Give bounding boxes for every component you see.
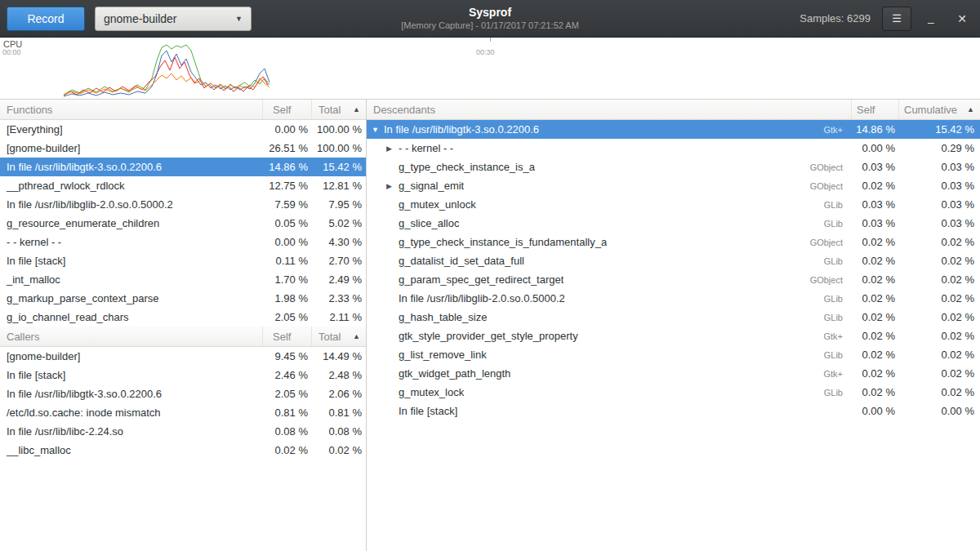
descendant-cumulative-value: 0.02 % [898,273,980,286]
caller-name: In file [stack] [0,369,262,381]
descendant-row[interactable]: In file [stack] 0.00 % 0.00 % [367,402,980,420]
function-self-value: 0.11 % [262,255,311,267]
descendant-row[interactable]: g_mutex_lock GLib 0.02 % 0.02 % [367,383,980,402]
descendant-cumulative-value: 0.02 % [898,255,980,267]
function-row[interactable]: __pthread_rwlock_rdlock 12.75 % 12.81 % [0,176,366,195]
descendant-self-value: 0.03 % [851,198,898,211]
descendant-self-value: 0.02 % [851,273,898,286]
descendant-cumulative-value: 15.42 % [898,123,980,136]
function-row[interactable]: g_io_channel_read_chars 2.05 % 2.11 % [0,308,366,327]
descendant-self-value: 0.02 % [851,255,898,267]
function-row[interactable]: [Everything] 0.00 % 100.00 % [0,120,366,139]
function-row[interactable]: g_resource_enumerate_children 0.05 % 5.0… [0,214,366,233]
column-header-callers[interactable]: Callers [0,327,262,346]
column-header-descendants[interactable]: Descendants [367,100,851,119]
target-selector-label: gnome-builder [104,12,177,25]
descendant-row[interactable]: g_type_check_instance_is_a GObject 0.03 … [367,158,980,176]
function-row[interactable]: g_markup_parse_context_parse 1.98 % 2.33… [0,289,366,308]
descendant-cumulative-value: 0.02 % [898,330,980,342]
function-total-value: 2.11 % [311,311,366,323]
menu-button[interactable]: ☰ [882,7,911,31]
descendant-row[interactable]: gtk_widget_path_length Gtk+ 0.02 % 0.02 … [367,364,980,383]
record-button[interactable]: Record [7,7,85,31]
descendant-cumulative-value: 0.03 % [898,217,980,229]
descendant-row[interactable]: g_param_spec_get_redirect_target GObject… [367,270,980,289]
column-header-total[interactable]: Total ▲ [311,100,366,119]
function-total-value: 100.00 % [311,142,366,154]
function-self-value: 12.75 % [262,180,311,192]
function-self-value: 14.86 % [262,161,311,173]
descendant-row[interactable]: In file /usr/lib/libglib-2.0.so.0.5000.2… [367,289,980,308]
function-row[interactable]: - - kernel - - 0.00 % 4.30 % [0,233,366,251]
descendant-row[interactable]: ▼ In file /usr/lib/libgtk-3.so.0.2200.6 … [367,120,980,139]
library-tag: GObject [810,238,851,247]
descendant-row[interactable]: g_list_remove_link GLib 0.02 % 0.02 % [367,345,980,364]
descendant-row[interactable]: g_hash_table_size GLib 0.02 % 0.02 % [367,308,980,327]
descendant-cumulative-value: 0.02 % [898,292,980,304]
cpu-graph[interactable]: CPU 00:00 00:30 [0,38,980,100]
function-self-value: 26.51 % [262,142,311,154]
descendant-self-value: 0.02 % [851,292,898,304]
caller-total-value: 2.48 % [311,369,366,381]
function-row[interactable]: _int_malloc 1.70 % 2.49 % [0,270,366,289]
library-tag: GLib [824,200,851,210]
function-row[interactable]: In file /usr/lib/libglib-2.0.so.0.5000.2… [0,195,366,214]
descendant-name: In file [stack] [399,405,457,417]
caller-name: /etc/ld.so.cache: inode mismatch [0,407,262,419]
caller-self-value: 2.05 % [262,388,311,400]
function-row[interactable]: In file [stack] 0.11 % 2.70 % [0,251,366,270]
descendant-row[interactable]: ▶ g_signal_emit GObject 0.02 % 0.03 % [367,176,980,195]
descendant-cumulative-value: 0.03 % [898,180,980,192]
caller-total-value: 2.06 % [311,388,366,400]
descendant-cumulative-value: 0.02 % [898,367,980,380]
column-header-self[interactable]: Self [851,100,898,119]
caller-row[interactable]: /etc/ld.so.cache: inode mismatch 0.81 % … [0,403,366,422]
caller-self-value: 0.08 % [262,425,311,438]
library-tag: GLib [824,388,851,398]
expander-icon[interactable]: ▶ [386,182,399,190]
descendant-cumulative-value: 0.02 % [898,386,980,398]
descendant-name: g_slice_alloc [399,217,459,229]
function-name: [gnome-builder] [0,142,262,154]
left-pane: Functions Self Total ▲ [Everything] 0.00… [0,100,367,551]
descendant-row[interactable]: g_slice_alloc GLib 0.03 % 0.03 % [367,214,980,233]
descendant-row[interactable]: ▶ - - kernel - - 0.00 % 0.29 % [367,139,980,158]
column-header-cumulative[interactable]: Cumulative ▲ [898,100,980,119]
descendant-row[interactable]: g_mutex_unlock GLib 0.03 % 0.03 % [367,195,980,214]
descendant-name: - - kernel - - [399,142,453,154]
caller-name: [gnome-builder] [0,350,262,362]
function-row[interactable]: In file /usr/lib/libgtk-3.so.0.2200.6 14… [0,158,366,176]
close-button[interactable]: ✕ [951,7,973,30]
function-self-value: 0.00 % [262,236,311,248]
time-label-mid: 00:30 [476,48,495,56]
descendant-name: gtk_style_provider_get_style_property [399,330,578,342]
function-total-value: 12.81 % [311,180,366,192]
caller-row[interactable]: In file [stack] 2.46 % 2.48 % [0,366,366,384]
caller-row[interactable]: __libc_malloc 0.02 % 0.02 % [0,441,366,460]
expander-icon[interactable]: ▼ [372,126,384,134]
hamburger-menu-icon: ☰ [892,12,902,24]
minimize-button[interactable]: – [920,7,942,30]
descendant-row[interactable]: g_datalist_id_set_data_full GLib 0.02 % … [367,251,980,270]
descendant-cumulative-value: 0.00 % [898,405,980,417]
column-header-self[interactable]: Self [262,100,311,119]
caller-row[interactable]: In file /usr/lib/libgtk-3.so.0.2200.6 2.… [0,384,366,403]
descendant-row[interactable]: gtk_style_provider_get_style_property Gt… [367,327,980,345]
caller-row[interactable]: In file /usr/lib/libc-2.24.so 0.08 % 0.0… [0,422,366,441]
library-tag: GObject [810,181,851,191]
function-name: __pthread_rwlock_rdlock [0,180,262,192]
caller-row[interactable]: [gnome-builder] 9.45 % 14.49 % [0,347,366,366]
column-header-self[interactable]: Self [262,327,311,346]
descendant-self-value: 0.03 % [851,217,898,229]
target-selector-dropdown[interactable]: gnome-builder ▼ [95,7,252,31]
column-header-functions[interactable]: Functions [0,100,262,119]
descendant-name: g_hash_table_size [399,311,487,323]
descendant-self-value: 0.00 % [851,405,898,417]
callers-panel: Callers Self Total ▲ [gnome-builder] 9.4… [0,327,366,460]
expander-icon[interactable]: ▶ [386,144,399,153]
column-header-total[interactable]: Total ▲ [311,327,366,346]
function-row[interactable]: [gnome-builder] 26.51 % 100.00 % [0,139,366,158]
descendant-name: g_param_spec_get_redirect_target [399,273,564,286]
descendant-row[interactable]: g_type_check_instance_is_fundamentally_a… [367,233,980,251]
caller-self-value: 9.45 % [262,350,311,362]
